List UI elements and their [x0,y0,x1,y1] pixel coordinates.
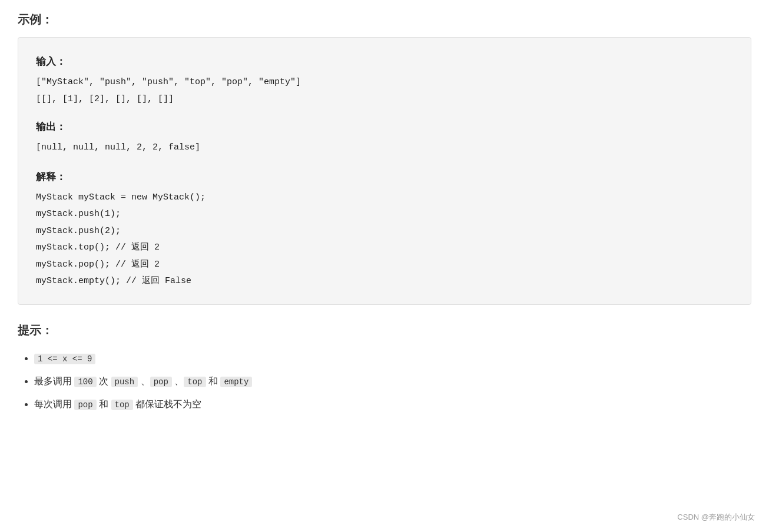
explanation-line-5: myStack.empty(); // 返回 False [36,273,733,290]
hint-code-top: top [184,377,205,387]
explanation-label: 解释： [36,167,733,187]
input-line1: ["MyStack", "push", "push", "top", "pop"… [36,74,733,91]
hint-code-1: 1 <= x <= 9 [34,354,95,364]
example-box: 输入： ["MyStack", "push", "push", "top", "… [18,37,751,305]
hints-list: 1 <= x <= 9 最多调用 100 次 push 、pop 、top 和 … [18,348,751,415]
hint-code-push: push [111,377,138,387]
hints-title: 提示： [18,322,751,338]
hint-code-empty: empty [220,377,252,387]
hints-section: 提示： 1 <= x <= 9 最多调用 100 次 push 、pop 、to… [18,322,751,415]
output-line: [null, null, null, 2, 2, false] [36,139,733,157]
input-line2: [[], [1], [2], [], [], []] [36,91,733,108]
explanation-section: 解释： MyStack myStack = new MyStack();mySt… [36,167,733,290]
hint-code-pop2: pop [74,400,96,410]
explanation-line-1: myStack.push(1); [36,206,733,223]
explanation-line-0: MyStack myStack = new MyStack(); [36,189,733,207]
hint-item-3: 每次调用 pop 和 top 都保证栈不为空 [34,394,751,414]
explanation-line-2: myStack.push(2); [36,223,733,240]
footer-watermark: CSDN @奔跑的小仙女 [677,512,755,523]
hint-item-1: 1 <= x <= 9 [34,348,751,368]
explanation-lines: MyStack myStack = new MyStack();myStack.… [36,189,733,290]
output-label: 输出： [36,117,733,137]
explanation-line-3: myStack.top(); // 返回 2 [36,240,733,257]
input-label: 输入： [36,52,733,72]
section-title: 示例： [18,12,751,28]
hint-code-pop: pop [150,377,172,387]
hint-code-100: 100 [74,377,96,387]
hint-item-2: 最多调用 100 次 push 、pop 、top 和 empty [34,371,751,391]
hint-code-top2: top [111,400,133,410]
explanation-line-4: myStack.pop(); // 返回 2 [36,257,733,274]
